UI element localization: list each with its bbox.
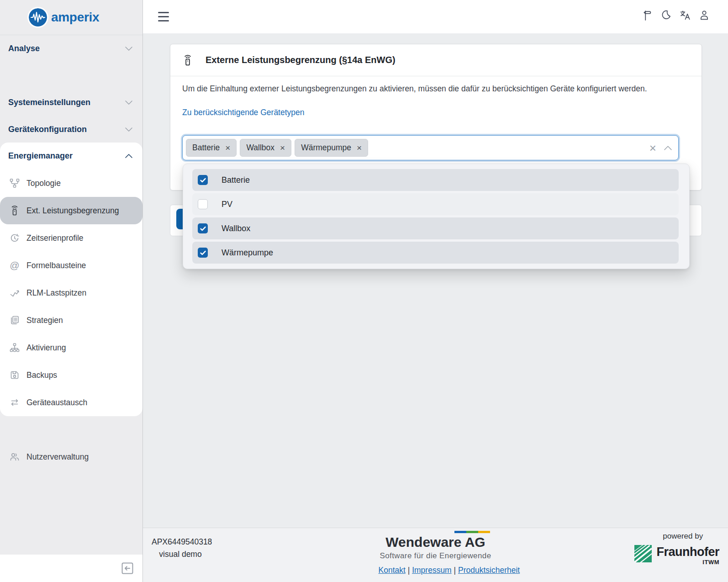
device-types-multiselect[interactable]: Batterie × Wallbox × Wärmepumpe × × — [182, 135, 679, 160]
sidebar-section-geraetekonfiguration[interactable]: Gerätekonfiguration — [0, 121, 142, 138]
remove-tag-icon[interactable]: × — [357, 143, 362, 152]
floppy-disk-icon — [10, 370, 20, 380]
sidebar-item-nutzerverwaltung[interactable]: Nutzerverwaltung — [0, 443, 142, 471]
at-icon: @ — [10, 260, 20, 270]
link-separator: | — [408, 566, 410, 575]
sidebar-item-label: Ext. Leistungsbegrenzung — [26, 206, 119, 216]
bar-blue — [454, 531, 466, 533]
option-waermepumpe[interactable]: Wärmepumpe — [192, 242, 679, 264]
sidebar-section-systemeinstellungen[interactable]: Systemeinstellungen — [0, 94, 142, 111]
chevron-down-icon — [125, 127, 132, 132]
user-icon — [699, 10, 710, 21]
sidebar-section-energiemanager[interactable]: Energiemanager — [0, 143, 142, 169]
sidebar-item-rlm-lastspitzen[interactable]: RLM-Lastspitzen — [0, 279, 142, 307]
collapse-sidebar-button[interactable] — [121, 561, 135, 575]
tag-label: Batterie — [192, 143, 220, 153]
sidebar-item-zeitserienprofile[interactable]: Zeitserienprofile — [0, 224, 142, 252]
sidebar-item-geraeteaustausch[interactable]: Geräteaustausch — [0, 389, 142, 416]
spacer — [0, 138, 142, 143]
link-produktsicherheit[interactable]: Produktsicherheit — [458, 566, 520, 575]
section-label: Gerätekonfiguration — [8, 125, 87, 134]
link-separator: | — [454, 566, 456, 575]
dark-mode-button[interactable] — [660, 10, 671, 21]
page-footer: APX6449540318 visual demo Wendeware AG S… — [143, 528, 728, 582]
footer-links: Kontakt | Impressum | Produktsicherheit — [379, 566, 493, 575]
sidebar: amperix Analyse Systemeinstellungen Gerä… — [0, 0, 143, 582]
brand-name: amperix — [51, 10, 99, 25]
option-label: Wärmepumpe — [222, 248, 273, 258]
signpost-icon — [641, 10, 652, 21]
fraunhofer-name: Fraunhofer — [656, 545, 719, 559]
signpost-button[interactable] — [641, 10, 652, 21]
brand-logo[interactable]: amperix — [0, 0, 142, 35]
checkbox-checked[interactable] — [198, 175, 208, 185]
bar-yellow — [478, 531, 490, 533]
hamburger-icon — [158, 12, 169, 13]
language-button[interactable] — [680, 10, 691, 21]
option-label: Wallbox — [222, 224, 250, 233]
moon-icon — [660, 10, 671, 21]
fraunhofer-text: Fraunhofer ITWM — [656, 545, 719, 566]
fraunhofer-institute: ITWM — [702, 559, 719, 566]
translate-icon — [680, 10, 691, 21]
device-types-dropdown: Batterie PV Wallbox Wärmepumpe — [183, 164, 690, 269]
option-wallbox[interactable]: Wallbox — [192, 217, 679, 239]
chevron-up-icon — [125, 154, 132, 158]
checkbox-checked[interactable] — [198, 223, 208, 233]
option-pv[interactable]: PV — [192, 193, 679, 215]
collapse-arrow-icon — [121, 562, 134, 575]
sidebar-item-topologie[interactable]: Topologie — [0, 169, 142, 197]
section-label: Energiemanager — [8, 151, 73, 161]
card-header: Externe Leistungsbegrenzung (§14a EnWG) — [170, 44, 702, 76]
sidebar-item-label: Geräteaustausch — [26, 398, 87, 407]
documents-icon — [10, 315, 20, 325]
description-text: Um die Einhaltung externer Leistungsbegr… — [182, 82, 675, 95]
page-title: Externe Leistungsbegrenzung (§14a EnWG) — [206, 55, 396, 65]
sidebar-item-label: Strategien — [26, 316, 63, 325]
load-peak-icon — [10, 288, 20, 298]
chevron-up-icon[interactable] — [664, 146, 672, 150]
fraunhofer-logo: Fraunhofer ITWM — [634, 545, 719, 566]
option-label: PV — [222, 200, 232, 209]
checkmark-icon — [200, 250, 206, 255]
checkmark-icon — [200, 226, 206, 231]
clear-selection-icon[interactable]: × — [649, 142, 656, 154]
timer-icon — [10, 233, 20, 243]
company-tagline: Software für die Energiewende — [379, 551, 493, 561]
remote-control-icon — [10, 206, 20, 216]
user-account-button[interactable] — [699, 10, 710, 21]
checkbox-checked[interactable] — [198, 248, 208, 258]
sidebar-item-formelbausteine[interactable]: @ Formelbausteine — [0, 252, 142, 279]
selected-tag: Wallbox × — [240, 139, 291, 157]
selected-tag: Batterie × — [186, 139, 237, 157]
option-batterie[interactable]: Batterie — [192, 169, 679, 191]
sidebar-item-label: Aktivierung — [26, 343, 66, 353]
select-controls: × — [649, 142, 672, 154]
tag-label: Wallbox — [246, 143, 274, 153]
sidebar-item-backups[interactable]: Backups — [0, 361, 142, 389]
device-types-label[interactable]: Zu berücksichtigende Gerätetypen — [182, 108, 305, 117]
company-name: Wendeware AG — [379, 534, 493, 550]
powered-by-block: powered by Fraunhofer ITWM — [634, 532, 719, 566]
sidebar-item-strategien[interactable]: Strategien — [0, 307, 142, 334]
remove-tag-icon[interactable]: × — [280, 143, 285, 152]
selected-tag: Wärmepumpe × — [295, 139, 368, 157]
app-window: amperix Analyse Systemeinstellungen Gerä… — [0, 0, 728, 582]
topbar-actions — [641, 10, 710, 21]
sidebar-item-aktivierung[interactable]: Aktivierung — [0, 334, 142, 361]
remote-control-icon — [182, 55, 193, 66]
fraunhofer-icon — [634, 545, 652, 562]
section-label: Analyse — [8, 44, 40, 53]
checkbox-unchecked[interactable] — [198, 199, 208, 209]
sidebar-item-label: Zeitserienprofile — [26, 233, 84, 243]
users-icon — [10, 452, 20, 462]
link-kontakt[interactable]: Kontakt — [379, 566, 406, 575]
link-impressum[interactable]: Impressum — [412, 566, 452, 575]
sidebar-item-ext-leistungsbegrenzung[interactable]: Ext. Leistungsbegrenzung — [0, 197, 142, 224]
sidebar-section-analyse[interactable]: Analyse — [0, 40, 142, 57]
sidebar-item-label: Formelbausteine — [26, 261, 86, 270]
company-block: Wendeware AG Software für die Energiewen… — [379, 531, 493, 575]
powered-by-text: powered by — [634, 532, 719, 541]
menu-toggle-button[interactable] — [158, 12, 169, 21]
remove-tag-icon[interactable]: × — [225, 143, 230, 152]
